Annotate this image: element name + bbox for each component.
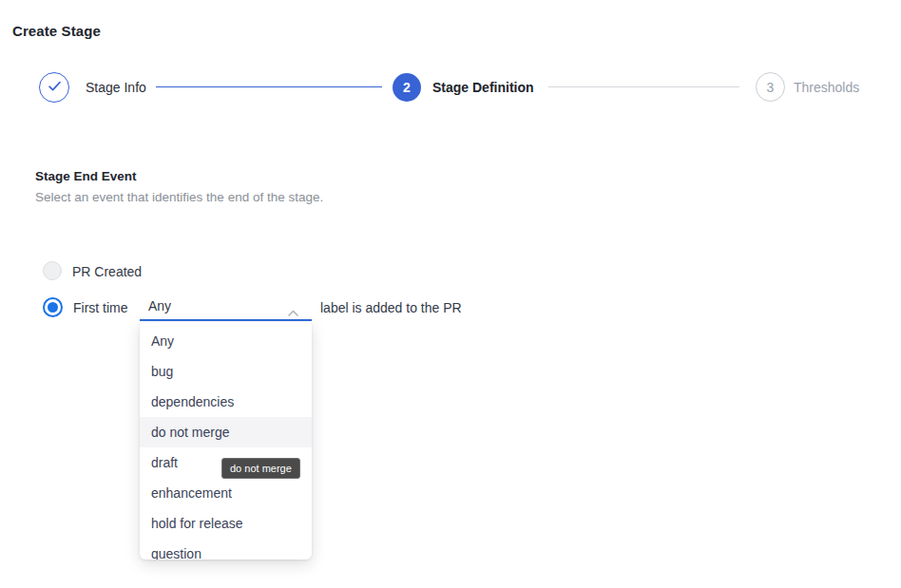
label-select[interactable]: Any xyxy=(140,294,312,321)
page-title: Create Stage xyxy=(12,23,101,39)
step-2-label[interactable]: Stage Definition xyxy=(432,80,534,95)
dropdown-option-hold-for-release[interactable]: hold for release xyxy=(140,508,312,539)
step-2-indicator[interactable]: 2 xyxy=(393,73,421,102)
section-heading: Stage End Event xyxy=(35,169,137,183)
dropdown-option-question[interactable]: question xyxy=(140,539,312,560)
step-3-number: 3 xyxy=(767,80,775,95)
dropdown-option-do-not-merge[interactable]: do not merge xyxy=(140,417,312,447)
radio-first-time[interactable] xyxy=(43,297,63,317)
radio-first-time-label[interactable]: First time xyxy=(73,300,128,315)
radio-pr-created[interactable] xyxy=(43,261,62,280)
step-1-label[interactable]: Stage Info xyxy=(86,80,146,95)
dropdown-option-enhancement[interactable]: enhancement xyxy=(140,478,312,508)
dropdown-option-bug[interactable]: bug xyxy=(140,356,312,387)
step-3-indicator[interactable]: 3 xyxy=(756,72,785,102)
stepper-connector-1 xyxy=(156,86,382,87)
dropdown-option-any[interactable]: Any xyxy=(140,326,312,356)
select-suffix-text: label is added to the PR xyxy=(320,300,462,315)
step-1-indicator[interactable] xyxy=(39,72,69,103)
step-3-label[interactable]: Thresholds xyxy=(794,80,859,95)
check-icon xyxy=(48,80,62,95)
dropdown-option-dependencies[interactable]: dependencies xyxy=(140,387,312,417)
tooltip: do not merge xyxy=(221,458,300,479)
chevron-up-icon xyxy=(288,303,298,310)
step-2-number: 2 xyxy=(403,80,411,95)
label-dropdown-menu: Any bug dependencies do not merge draft … xyxy=(140,322,312,560)
label-select-value: Any xyxy=(148,298,171,313)
stepper-connector-2 xyxy=(548,86,739,87)
section-description: Select an event that identifies the end … xyxy=(35,190,323,204)
radio-pr-created-label[interactable]: PR Created xyxy=(72,264,142,279)
